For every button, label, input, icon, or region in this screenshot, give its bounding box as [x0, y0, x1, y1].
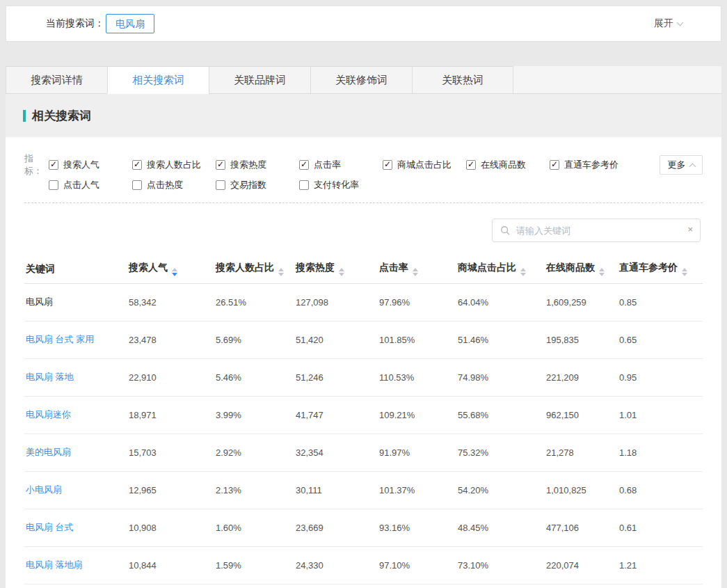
chevron-up-icon	[689, 163, 696, 170]
checkbox-checked-icon[interactable]	[299, 160, 309, 170]
clear-icon[interactable]: ×	[687, 224, 693, 235]
metric-cell: 477,106	[545, 509, 618, 546]
column-label: 商城点击占比	[458, 262, 516, 273]
table-row: 电风扇58,34226.51%127,09897.96%64.04%1,609,…	[24, 283, 703, 321]
keyword-link[interactable]: 电风扇 落地	[24, 358, 127, 396]
metric-cell: 109.21%	[378, 396, 456, 434]
sort-arrows-icon[interactable]	[339, 268, 344, 276]
metric-checkbox-r1-1[interactable]: 搜索人气	[49, 159, 132, 171]
keyword-cell: 电风扇	[24, 283, 127, 321]
search-term-tag[interactable]: 电风扇	[106, 14, 154, 33]
metric-cell: 12,965	[127, 471, 214, 509]
metric-label: 搜索人气	[63, 159, 99, 171]
column-header-8[interactable]: 直通车参考价	[618, 255, 703, 283]
metric-checkbox-r1-5[interactable]: 商城点击占比	[383, 159, 466, 171]
keyword-link[interactable]: 电风扇 落地扇	[24, 546, 127, 584]
metric-cell: 1.18	[618, 434, 703, 471]
sort-arrows-icon[interactable]	[520, 268, 526, 276]
metric-label: 点击率	[314, 159, 341, 171]
column-header-1: 关键词	[24, 255, 127, 283]
column-header-2[interactable]: 搜索人气	[127, 255, 214, 283]
tab-1[interactable]: 搜索词详情	[6, 66, 107, 94]
keyword-search-box: ×	[492, 218, 701, 242]
metric-cell: 101.37%	[378, 471, 456, 509]
metric-cell: 75.32%	[456, 434, 545, 471]
metric-cell: 5.69%	[214, 321, 294, 358]
tab-bar-filler	[513, 66, 721, 94]
metric-cell: 10,908	[127, 509, 214, 546]
metric-checkbox-r1-2[interactable]: 搜索人数占比	[132, 159, 216, 171]
sort-arrows-icon[interactable]	[278, 268, 284, 276]
column-label: 搜索人数占比	[216, 262, 274, 273]
sort-arrows-icon[interactable]	[682, 268, 687, 276]
metric-cell: 21,278	[545, 434, 618, 471]
expand-button[interactable]: 展开	[654, 17, 682, 30]
current-search-term-bar: 当前搜索词： 电风扇 展开	[6, 6, 721, 42]
sort-arrows-icon[interactable]	[599, 268, 605, 276]
metric-checkbox-r1-3[interactable]: 搜索热度	[216, 159, 299, 171]
keyword-link[interactable]: 电风扇 台式 家用	[24, 321, 127, 358]
metric-label: 直通车参考价	[564, 159, 618, 171]
tab-4[interactable]: 关联修饰词	[310, 66, 412, 94]
checkbox-unchecked-icon[interactable]	[216, 180, 225, 190]
metric-cell: 221,209	[545, 358, 618, 396]
metric-cell: 1,010,825	[545, 471, 618, 509]
tab-5[interactable]: 关联热词	[412, 66, 513, 94]
metric-cell: 18,971	[127, 396, 214, 434]
keyword-link[interactable]: 电风扇迷你	[24, 396, 127, 434]
tab-3[interactable]: 关联品牌词	[209, 66, 310, 94]
sort-arrows-icon[interactable]	[413, 268, 418, 276]
column-header-7[interactable]: 在线商品数	[545, 255, 618, 283]
checkbox-unchecked-icon[interactable]	[299, 180, 309, 190]
keyword-link[interactable]: 小电风扇	[24, 471, 127, 509]
metric-checkbox-r1-6[interactable]: 在线商品数	[466, 159, 550, 171]
column-header-5[interactable]: 点击率	[378, 255, 456, 283]
metric-cell: 22,910	[127, 358, 214, 396]
metric-label: 搜索人数占比	[147, 159, 201, 171]
keyword-link[interactable]: 美的电风扇	[24, 434, 127, 471]
metric-cell: 48.45%	[456, 509, 545, 546]
metric-label: 点击人气	[63, 179, 99, 191]
checkbox-checked-icon[interactable]	[49, 160, 58, 170]
metric-label: 点击热度	[147, 179, 183, 191]
metric-cell: 32,354	[294, 434, 378, 471]
keyword-search-input[interactable]	[492, 218, 701, 242]
metric-checkbox-r2-4[interactable]: 支付转化率	[299, 179, 383, 191]
metric-cell: 51,246	[294, 358, 378, 396]
metric-cell: 0.95	[618, 358, 703, 396]
checkbox-unchecked-icon[interactable]	[49, 180, 58, 190]
metric-checkbox-r2-3[interactable]: 交易指数	[216, 179, 299, 191]
column-label: 搜索热度	[296, 262, 335, 273]
checkbox-checked-icon[interactable]	[216, 160, 225, 170]
metric-cell: 2.13%	[214, 471, 294, 509]
column-header-4[interactable]: 搜索热度	[294, 255, 378, 283]
metrics-filter: 指标： 搜索人气搜索人数占比搜索热度点击率商城点击占比在线商品数直通车参考价 更…	[6, 137, 721, 203]
checkbox-checked-icon[interactable]	[132, 160, 142, 170]
tab-bar: 搜索词详情相关搜索词关联品牌词关联修饰词关联热词	[6, 66, 721, 94]
checkbox-unchecked-icon[interactable]	[132, 180, 142, 190]
tab-2[interactable]: 相关搜索词	[107, 66, 209, 94]
metric-cell: 73.10%	[456, 546, 545, 584]
checkbox-checked-icon[interactable]	[550, 160, 559, 170]
column-label: 直通车参考价	[619, 262, 678, 273]
column-header-3[interactable]: 搜索人数占比	[214, 255, 294, 283]
sort-arrows-icon[interactable]	[172, 268, 177, 276]
more-button[interactable]: 更多	[660, 155, 703, 175]
metric-checkbox-r1-4[interactable]: 点击率	[299, 159, 383, 171]
metric-checkbox-r2-2[interactable]: 点击热度	[132, 179, 216, 191]
metric-cell: 55.68%	[456, 396, 545, 434]
metrics-row-2: 点击人气点击热度交易指数支付转化率	[24, 175, 703, 195]
metric-checkbox-r2-1[interactable]: 点击人气	[49, 179, 132, 191]
column-label: 点击率	[379, 262, 408, 273]
column-header-6[interactable]: 商城点击占比	[456, 255, 545, 283]
metric-cell: 97.96%	[378, 283, 456, 321]
metric-cell: 0.61	[618, 509, 703, 546]
metric-cell: 51.46%	[456, 321, 545, 358]
metric-checkbox-r1-7[interactable]: 直通车参考价	[550, 159, 633, 171]
checkbox-checked-icon[interactable]	[383, 160, 392, 170]
metric-cell: 51,420	[294, 321, 378, 358]
keyword-link[interactable]: 电风扇 台式	[24, 509, 127, 546]
metric-cell: 195,835	[545, 321, 618, 358]
checkbox-checked-icon[interactable]	[466, 160, 476, 170]
metric-cell: 23,669	[294, 509, 378, 546]
